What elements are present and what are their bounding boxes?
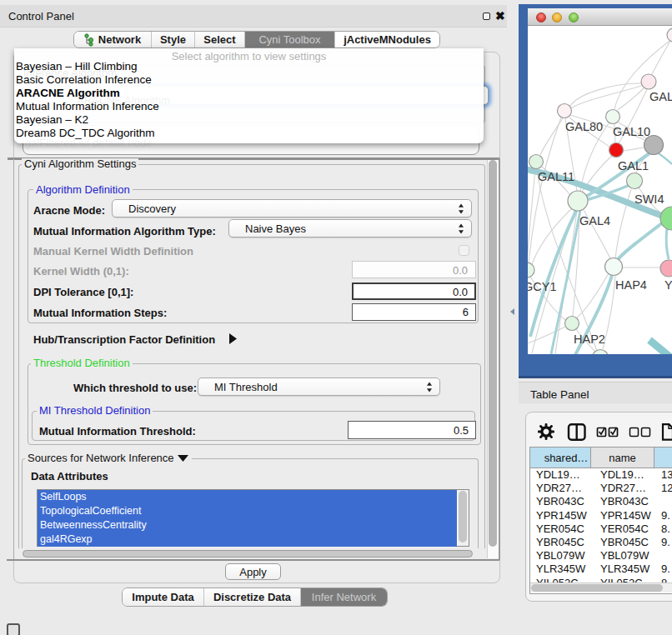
svg-text:SWI4: SWI4 — [634, 192, 664, 206]
svg-text:HAP2: HAP2 — [574, 332, 605, 346]
svg-text:GAL4: GAL4 — [579, 214, 610, 228]
svg-text:GCY1: GCY1 — [528, 280, 557, 293]
svg-text:GAL10: GAL10 — [613, 125, 650, 138]
svg-text:HAP4: HAP4 — [615, 278, 647, 292]
svg-text:YE: YE — [664, 278, 672, 292]
svg-text:GAL1: GAL1 — [618, 159, 649, 172]
svg-text:GAL7: GAL7 — [649, 90, 672, 103]
svg-text:GAL11: GAL11 — [538, 170, 574, 183]
svg-text:GAL80: GAL80 — [565, 120, 603, 133]
